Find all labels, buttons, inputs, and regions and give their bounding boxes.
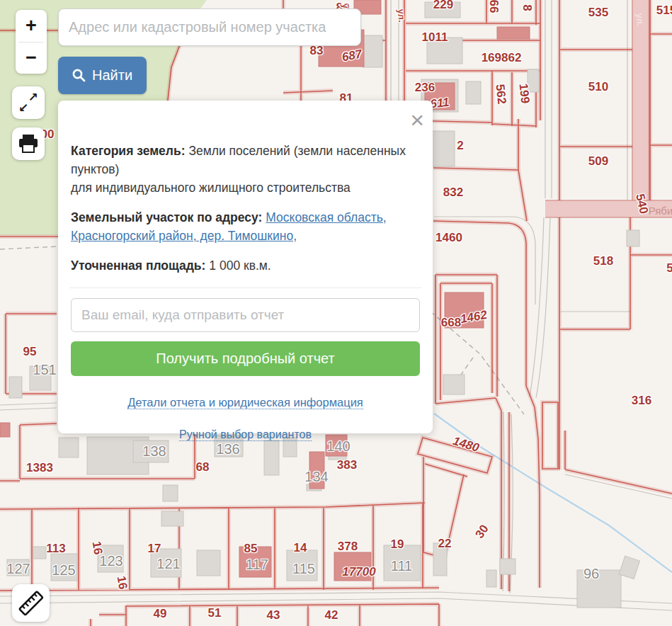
print-button[interactable] (12, 127, 45, 160)
parcel-info-popup: × Категория земель: Земли поселений (зем… (58, 101, 433, 433)
manual-link-row: Ручной выбор вариантов (71, 426, 420, 444)
area-label: Уточненная площадь: (71, 258, 205, 273)
category-paragraph: Категория земель: Земли поселений (земли… (71, 142, 420, 197)
printer-icon (12, 127, 45, 160)
manual-select-link[interactable]: Ручной выбор вариантов (179, 428, 312, 441)
popup-divider (69, 288, 421, 288)
search-input[interactable] (58, 8, 361, 46)
find-button[interactable]: Найти (58, 57, 147, 94)
zoom-out-button[interactable]: − (16, 42, 47, 74)
report-details-link[interactable]: Детали отчета и юридическая информация (127, 396, 363, 409)
search-icon (72, 69, 86, 82)
email-input[interactable] (71, 298, 420, 332)
area-value: 1 000 кв.м. (205, 258, 270, 273)
address-link-region[interactable]: Московская область, (266, 210, 386, 224)
zoom-in-button[interactable]: + (16, 10, 47, 42)
area-paragraph: Уточненная площадь: 1 000 кв.м. (71, 256, 420, 275)
find-button-label: Найти (92, 67, 132, 84)
get-report-button[interactable]: Получить подробный отчет (71, 341, 420, 376)
details-link-row: Детали отчета и юридическая информация (71, 393, 420, 411)
measure-button[interactable] (12, 584, 50, 622)
fullscreen-arrow-sw-icon: ↙ (18, 101, 28, 115)
fullscreen-arrow-ne-icon: ↗ (28, 90, 38, 105)
zoom-control: + − (16, 10, 47, 74)
ruler-icon (12, 584, 50, 622)
category-usage: для индивидуального жилищного строительс… (71, 181, 351, 195)
address-paragraph: Земельный участок по адресу: Московская … (71, 208, 420, 245)
category-label: Категория земель: (71, 144, 186, 158)
cadastral-map-app: { "search": { "placeholder": "Адрес или … (0, 0, 672, 626)
address-label: Земельный участок по адресу: (71, 210, 262, 224)
close-icon[interactable]: × (410, 103, 424, 137)
address-link-district[interactable]: Красногорский район, дер. Тимошкино, (71, 229, 297, 243)
fullscreen-button[interactable]: ↗ ↙ (12, 86, 45, 119)
